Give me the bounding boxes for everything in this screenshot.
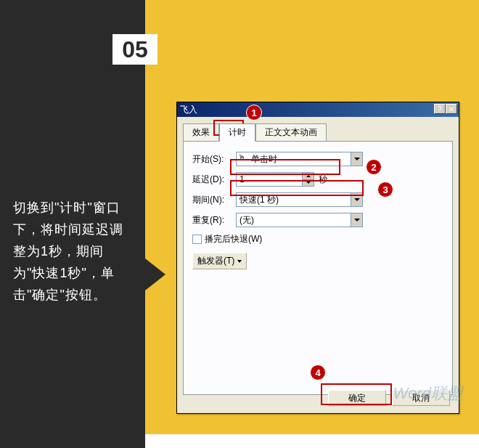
chevron-down-icon[interactable] xyxy=(351,152,362,166)
step-number-badge: 05 xyxy=(112,34,157,65)
delay-up-button[interactable] xyxy=(302,173,314,180)
delay-down-button[interactable] xyxy=(302,180,314,187)
start-label: 开始(S): xyxy=(192,153,236,166)
chevron-down-icon[interactable] xyxy=(351,213,362,227)
dialog-tabs: 效果 计时 正文文本动画 xyxy=(183,123,453,141)
delay-unit: 秒 xyxy=(319,174,327,186)
help-button[interactable]: ? xyxy=(434,104,446,114)
tab-panel-timing: 开始(S): 单击时 延迟(D): 秒 期间(N): 快速(1 秒) xyxy=(183,141,453,395)
trigger-label: 触发器(T) xyxy=(197,255,234,267)
rewind-label: 播完后快退(W) xyxy=(205,233,262,245)
callout-2: 2 xyxy=(366,159,382,175)
chevron-down-icon[interactable] xyxy=(351,193,362,206)
period-label: 期间(N): xyxy=(192,194,236,206)
instruction-text: 切换到"计时"窗口下，将时间延迟调整为1秒，期间为"快速1秒"，单击"确定"按钮… xyxy=(13,197,136,306)
start-value: 单击时 xyxy=(251,153,277,166)
mouse-icon xyxy=(239,155,248,163)
tab-timing[interactable]: 计时 xyxy=(219,123,255,142)
trigger-button[interactable]: 触发器(T) xyxy=(192,253,247,269)
delay-label: 延迟(D): xyxy=(192,174,236,186)
delay-spinner[interactable] xyxy=(236,172,314,187)
callout-4: 4 xyxy=(310,364,326,380)
period-value: 快速(1 秒) xyxy=(239,194,279,206)
delay-input[interactable] xyxy=(237,174,295,184)
rewind-row[interactable]: 播完后快退(W) xyxy=(192,233,443,245)
start-dropdown[interactable]: 单击时 xyxy=(236,152,363,166)
rewind-checkbox[interactable] xyxy=(192,235,202,244)
dialog-titlebar[interactable]: 飞入 ? ✕ xyxy=(177,102,459,117)
ok-button[interactable]: 确定 xyxy=(328,390,386,406)
close-button[interactable]: ✕ xyxy=(446,104,457,114)
repeat-value: (无) xyxy=(239,214,254,227)
period-dropdown[interactable]: 快速(1 秒) xyxy=(236,192,363,207)
dialog-title: 飞入 xyxy=(180,104,197,116)
tab-effect[interactable]: 效果 xyxy=(183,123,219,142)
repeat-dropdown[interactable]: (无) xyxy=(236,213,363,227)
cancel-button[interactable]: 取消 xyxy=(392,390,450,406)
pointer-arrow-icon xyxy=(145,258,165,290)
tab-text-animation[interactable]: 正文文本动画 xyxy=(255,123,327,142)
callout-1: 1 xyxy=(246,105,262,121)
callout-3: 3 xyxy=(377,182,393,197)
repeat-label: 重复(R): xyxy=(192,214,236,227)
